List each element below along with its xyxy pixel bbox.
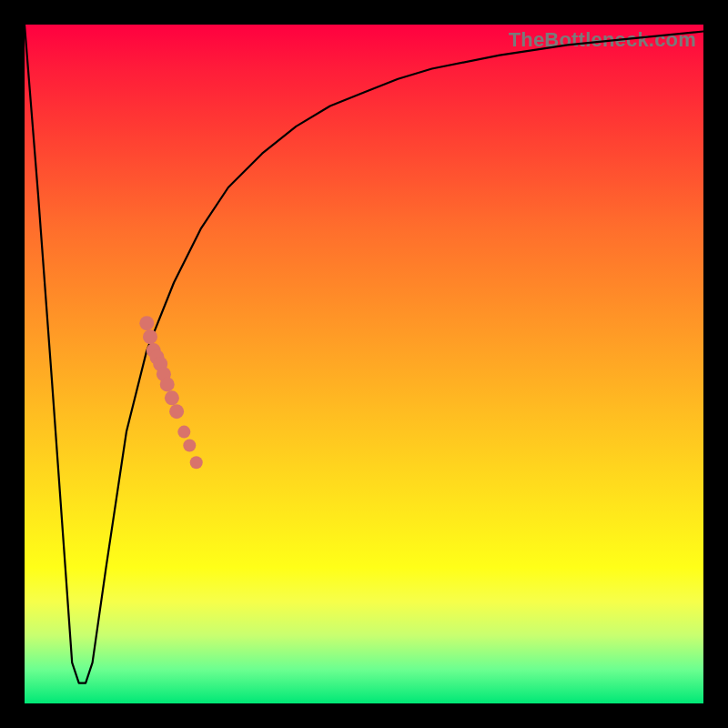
chart-frame: TheBottleneck.com xyxy=(0,0,728,728)
plot-area: TheBottleneck.com xyxy=(25,25,703,703)
data-marker xyxy=(139,316,154,330)
bottleneck-curve xyxy=(25,25,703,683)
data-marker xyxy=(190,456,203,469)
data-marker xyxy=(183,440,196,452)
data-marker xyxy=(143,329,157,344)
marker-group xyxy=(139,316,202,469)
data-marker xyxy=(165,390,179,405)
data-marker xyxy=(160,377,175,391)
chart-svg xyxy=(25,25,703,703)
data-marker xyxy=(169,404,184,419)
data-marker xyxy=(177,426,190,439)
